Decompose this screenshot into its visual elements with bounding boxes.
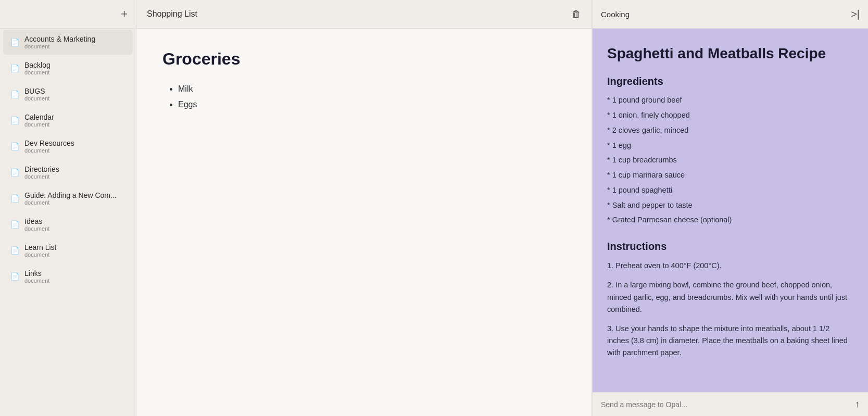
document-icon: 📄: [10, 246, 19, 255]
item-name: Accounts & Marketing: [24, 35, 95, 43]
ingredient-item: * Grated Parmesan cheese (optional): [607, 215, 853, 226]
item-type: document: [24, 225, 49, 232]
item-type: document: [24, 173, 59, 180]
right-content: Spaghetti and Meatballs Recipe Ingredien…: [593, 29, 868, 392]
item-type: document: [24, 147, 74, 154]
grocery-item: Eggs: [178, 100, 565, 109]
item-type: document: [24, 69, 51, 75]
document-icon: 📄: [10, 194, 19, 203]
item-type: document: [24, 199, 117, 206]
item-type: document: [24, 121, 54, 128]
message-input[interactable]: [601, 400, 855, 409]
ingredient-item: * 2 cloves garlic, minced: [607, 125, 853, 136]
document-icon: 📄: [10, 38, 19, 46]
delete-button[interactable]: 🗑: [572, 9, 581, 20]
item-type: document: [24, 95, 49, 102]
item-name: Directories: [24, 165, 59, 173]
send-button[interactable]: ↑: [855, 399, 860, 410]
item-type: document: [24, 43, 95, 49]
right-footer: ↑: [593, 392, 868, 416]
item-type: document: [24, 251, 56, 258]
groceries-heading: Groceries: [162, 49, 565, 69]
sidebar-item[interactable]: 📄 BUGS document: [3, 82, 133, 107]
sidebar-item[interactable]: 📄 Guide: Adding a New Com... document: [3, 186, 133, 211]
item-name: Links: [24, 269, 49, 278]
document-icon: 📄: [10, 272, 19, 281]
sidebar-list: 📄 Accounts & Marketing document 📄 Backlo…: [0, 29, 136, 416]
document-icon: 📄: [10, 142, 19, 150]
item-name: Learn List: [24, 243, 56, 251]
sidebar-header: +: [0, 0, 136, 29]
item-type: document: [24, 278, 49, 284]
item-name: Backlog: [24, 61, 51, 69]
sidebar: + 📄 Accounts & Marketing document 📄 Back…: [0, 0, 136, 416]
ingredients-heading: Ingredients: [607, 75, 853, 87]
document-icon: 📄: [10, 168, 19, 177]
item-name: Dev Resources: [24, 139, 74, 147]
document-icon: 📄: [10, 64, 19, 72]
sidebar-item[interactable]: 📄 Learn List document: [3, 238, 133, 263]
item-name: Ideas: [24, 217, 49, 225]
sidebar-item[interactable]: 📄 Dev Resources document: [3, 134, 133, 159]
item-name: BUGS: [24, 87, 49, 95]
grocery-list: MilkEggs: [162, 84, 565, 109]
ingredient-item: * 1 pound ground beef: [607, 95, 853, 106]
instruction-item: 2. In a large mixing bowl, combine the g…: [607, 279, 853, 316]
sidebar-item[interactable]: 📄 Directories document: [3, 160, 133, 185]
ingredient-item: * 1 pound spaghetti: [607, 185, 853, 196]
sidebar-item[interactable]: 📄 Calendar document: [3, 108, 133, 133]
sidebar-item[interactable]: 📄 Ideas document: [3, 212, 133, 237]
document-icon: 📄: [10, 90, 19, 98]
sidebar-item[interactable]: 📄 Links document: [3, 264, 133, 289]
add-document-button[interactable]: +: [121, 8, 128, 20]
grocery-item: Milk: [178, 84, 565, 94]
instruction-item: 1. Preheat oven to 400°F (200°C).: [607, 260, 853, 272]
instructions-heading: Instructions: [607, 241, 853, 253]
sidebar-item[interactable]: 📄 Backlog document: [3, 56, 133, 81]
right-panel-title: Cooking: [601, 10, 630, 19]
item-name: Calendar: [24, 113, 54, 121]
document-icon: 📄: [10, 220, 19, 229]
ingredient-item: * 1 egg: [607, 140, 853, 152]
instruction-item: 3. Use your hands to shape the mixture i…: [607, 323, 853, 359]
ingredient-item: * Salt and pepper to taste: [607, 200, 853, 211]
middle-panel-title: Shopping List: [147, 9, 197, 19]
right-header: Cooking >|: [593, 0, 868, 29]
sidebar-item[interactable]: 📄 Accounts & Marketing document: [3, 30, 133, 55]
ingredients-list: * 1 pound ground beef* 1 onion, finely c…: [607, 95, 853, 226]
ingredient-item: * 1 cup breadcrumbs: [607, 155, 853, 166]
right-panel: Cooking >| Spaghetti and Meatballs Recip…: [592, 0, 868, 416]
collapse-button[interactable]: >|: [851, 8, 860, 20]
ingredient-item: * 1 cup marinara sauce: [607, 170, 853, 181]
instructions-list: 1. Preheat oven to 400°F (200°C).2. In a…: [607, 260, 853, 359]
middle-header: Shopping List 🗑: [136, 0, 592, 29]
document-icon: 📄: [10, 116, 19, 124]
ingredient-item: * 1 onion, finely chopped: [607, 110, 853, 121]
item-name: Guide: Adding a New Com...: [24, 191, 117, 199]
middle-panel: Shopping List 🗑 Groceries MilkEggs: [136, 0, 592, 416]
middle-content: Groceries MilkEggs: [136, 29, 592, 416]
recipe-title: Spaghetti and Meatballs Recipe: [607, 44, 853, 63]
